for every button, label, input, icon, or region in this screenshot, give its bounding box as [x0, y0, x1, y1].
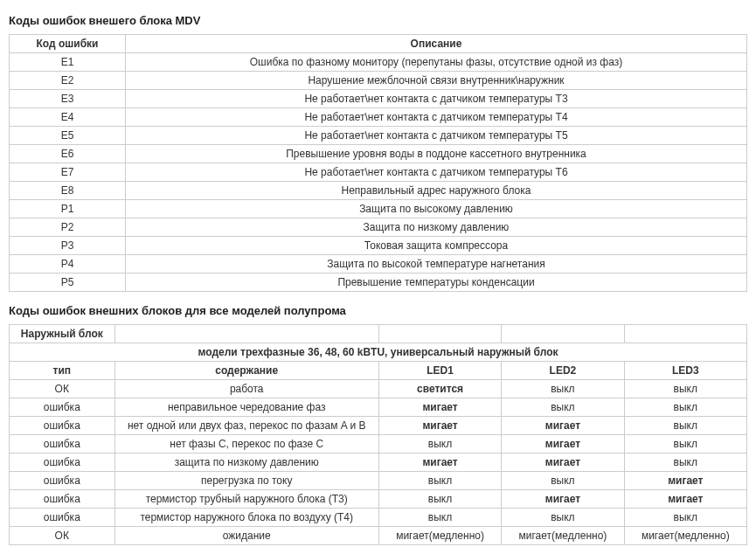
cell-code: P1: [10, 200, 126, 218]
cell-desc: Защита по высокой температуре нагнетания: [126, 255, 747, 274]
table-row: P2Защита по низкому давлению: [10, 218, 747, 237]
cell-code: P3: [10, 237, 126, 255]
cell-type: ОК: [10, 527, 115, 545]
cell-type: ошибка: [10, 435, 115, 454]
cell-content: ожидание: [114, 527, 378, 545]
cell-led1: выкл: [378, 490, 501, 509]
cell-desc: Не работает\нет контакта с датчиком темп…: [126, 127, 747, 145]
cell-led3: выкл: [624, 380, 746, 398]
table-row: E5Не работает\нет контакта с датчиком те…: [10, 127, 747, 145]
cell-type: ОК: [10, 380, 115, 398]
cell-code: E6: [10, 145, 126, 163]
th-blank2: [378, 325, 501, 343]
cell-led2: мигает: [502, 435, 624, 454]
th-outer: Наружный блок: [10, 325, 115, 343]
cell-led3: выкл: [624, 398, 746, 417]
cell-desc: Не работает\нет контакта с датчиком темп…: [126, 163, 747, 182]
cell-code: P4: [10, 255, 126, 274]
cell-led2: выкл: [502, 398, 624, 417]
cell-led2: мигает: [502, 417, 624, 435]
table-error-codes: Код ошибки Описание E1Ошибка по фазному …: [9, 34, 747, 292]
cell-led1: мигает(медленно): [378, 527, 501, 545]
section1-title: Коды ошибок внешего блока MDV: [9, 14, 747, 27]
cell-desc: Ошибка по фазному монитору (перепутаны ф…: [126, 53, 747, 72]
cell-content: термистор трубный наружного блока (Т3): [114, 490, 378, 509]
cell-led3: выкл: [624, 454, 746, 472]
cell-led1: выкл: [378, 509, 501, 527]
cell-code: P2: [10, 218, 126, 237]
cell-led3: выкл: [624, 435, 746, 454]
table-row: E6Превышение уровня воды в поддоне кассе…: [10, 145, 747, 163]
table-row: ошибкаперегрузка по токувыклвыклмигает: [10, 472, 747, 490]
table-row: ошибкатермистор трубный наружного блока …: [10, 490, 747, 509]
table-row: ОКработасветитсявыклвыкл: [10, 380, 747, 398]
th-blank3: [502, 325, 624, 343]
cell-led2: мигает(медленно): [502, 527, 624, 545]
table-row: ошибканет одной или двух фаз, перекос по…: [10, 417, 747, 435]
cell-type: ошибка: [10, 490, 115, 509]
cell-content: перегрузка по току: [114, 472, 378, 490]
cell-code: E7: [10, 163, 126, 182]
th-code: Код ошибки: [10, 35, 126, 53]
table-row: ошибканет фазы С, перекос по фазе Свыклм…: [10, 435, 747, 454]
th-led2: LED2: [502, 362, 624, 380]
cell-led2: выкл: [502, 380, 624, 398]
table-row: P4Защита по высокой температуре нагнетан…: [10, 255, 747, 274]
cell-code: E4: [10, 108, 126, 127]
section2-title: Коды ошибок внешних блоков для все модел…: [9, 304, 747, 317]
th-blank4: [624, 325, 746, 343]
cell-desc: Превышение уровня воды в поддоне кассетн…: [126, 145, 747, 163]
cell-content: нет фазы С, перекос по фазе С: [114, 435, 378, 454]
cell-desc: Защита по высокому давлению: [126, 200, 747, 218]
cell-led3: выкл: [624, 417, 746, 435]
th-blank1: [114, 325, 378, 343]
cell-type: ошибка: [10, 509, 115, 527]
table-row: E2Нарушение межблочной связи внутренник\…: [10, 72, 747, 90]
cell-led1: мигает: [378, 454, 501, 472]
th-model: модели трехфазные 36, 48, 60 kBTU, униве…: [10, 343, 747, 362]
cell-led1: мигает: [378, 398, 501, 417]
cell-led3: мигает(медленно): [624, 527, 746, 545]
cell-desc: Токовая защита компрессора: [126, 237, 747, 255]
cell-type: ошибка: [10, 472, 115, 490]
cell-content: термистор наружного блока по воздуху (Т4…: [114, 509, 378, 527]
table-row: E1Ошибка по фазному монитору (перепутаны…: [10, 53, 747, 72]
cell-led3: выкл: [624, 509, 746, 527]
cell-led3: мигает: [624, 490, 746, 509]
cell-desc: Не работает\нет контакта с датчиком темп…: [126, 108, 747, 127]
table-row: E4Не работает\нет контакта с датчиком те…: [10, 108, 747, 127]
th-type: тип: [10, 362, 115, 380]
cell-desc: Не работает\нет контакта с датчиком темп…: [126, 90, 747, 108]
table-row: E7Не работает\нет контакта с датчиком те…: [10, 163, 747, 182]
cell-led1: выкл: [378, 472, 501, 490]
cell-led2: мигает: [502, 490, 624, 509]
table-row: ошибказащита по низкому давлениюмигаетми…: [10, 454, 747, 472]
cell-code: E3: [10, 90, 126, 108]
cell-desc: Защита по низкому давлению: [126, 218, 747, 237]
th-desc: Описание: [126, 35, 747, 53]
cell-code: E1: [10, 53, 126, 72]
table-row: P3Токовая защита компрессора: [10, 237, 747, 255]
cell-content: неправильное чередование фаз: [114, 398, 378, 417]
cell-content: защита по низкому давлению: [114, 454, 378, 472]
cell-led3: мигает: [624, 472, 746, 490]
table-row: E3Не работает\нет контакта с датчиком те…: [10, 90, 747, 108]
cell-desc: Превышение температуры конденсации: [126, 274, 747, 292]
cell-type: ошибка: [10, 398, 115, 417]
cell-desc: Неправильный адрес наружного блока: [126, 182, 747, 200]
cell-content: нет одной или двух фаз, перекос по фазам…: [114, 417, 378, 435]
cell-code: E5: [10, 127, 126, 145]
table-row: E8Неправильный адрес наружного блока: [10, 182, 747, 200]
cell-led2: выкл: [502, 509, 624, 527]
table-led-codes: Наружный блок модели трехфазные 36, 48, …: [9, 324, 747, 545]
cell-code: P5: [10, 274, 126, 292]
cell-desc: Нарушение межблочной связи внутренник\на…: [126, 72, 747, 90]
cell-led2: выкл: [502, 472, 624, 490]
th-content: содержание: [114, 362, 378, 380]
table-row: ошибканеправильное чередование фазмигает…: [10, 398, 747, 417]
cell-led2: мигает: [502, 454, 624, 472]
cell-led1: мигает: [378, 417, 501, 435]
th-led3: LED3: [624, 362, 746, 380]
table-row: ОКожиданиемигает(медленно)мигает(медленн…: [10, 527, 747, 545]
cell-code: E2: [10, 72, 126, 90]
